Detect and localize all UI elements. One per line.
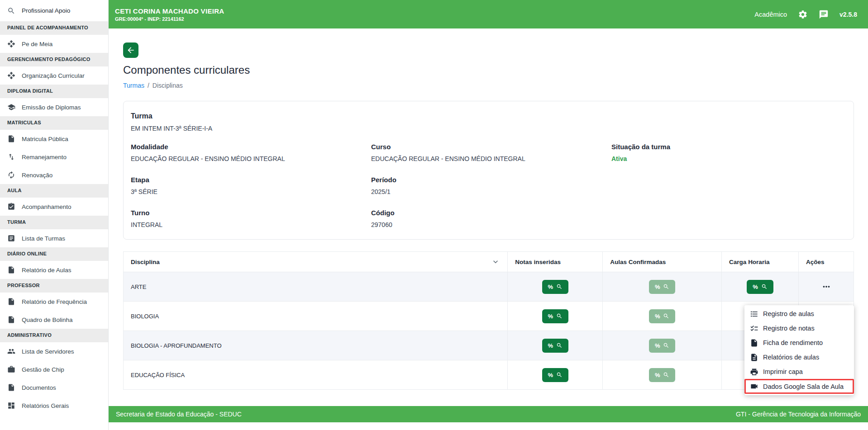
main-area: CETI CORINA MACHADO VIEIRA GRE:00004ª - … [109, 0, 868, 430]
document-text-icon [750, 353, 758, 362]
turma-fields: Modalidade EDUCAÇÃO REGULAR - ENSINO MÉD… [131, 143, 846, 228]
school-name: CETI CORINA MACHADO VIEIRA [115, 7, 224, 15]
chat-icon[interactable] [819, 9, 829, 19]
disciplina-cell: BIOLOGIA - APROFUNDAMENTO [124, 331, 508, 360]
more-horizontal-icon [821, 282, 831, 292]
task-check-icon [7, 203, 15, 211]
breadcrumb-link-turmas[interactable]: Turmas [123, 82, 144, 89]
sidebar-section-professor: PROFESSOR [0, 279, 108, 293]
sidebar-item-organizacao-curricular[interactable]: Organização Curricular [0, 66, 108, 85]
column-header-carga-horaria: Carga Horaria [722, 252, 799, 272]
column-header-disciplina: Disciplina [124, 252, 508, 272]
notas-percent-button[interactable]: % [542, 280, 569, 294]
sidebar-section-diploma-digital: DIPLOMA DIGITAL [0, 85, 108, 98]
aulas-percent-button[interactable]: % [649, 280, 676, 294]
people-icon [7, 347, 15, 355]
magnifier-icon [663, 372, 669, 378]
notas-percent-button[interactable]: % [542, 339, 569, 353]
aulas-percent-button[interactable]: % [649, 309, 676, 323]
school-block: CETI CORINA MACHADO VIEIRA GRE:00004ª - … [115, 7, 224, 22]
grid-spacer [611, 176, 846, 195]
school-info: GRE:00004ª - INEP: 22141162 [115, 16, 224, 22]
sidebar-section-matriculas: MATRICULAS [0, 116, 108, 130]
menu-item-ficha-de-rendimento[interactable]: Ficha de rendimento [744, 335, 854, 350]
carga-percent-button[interactable]: % [747, 280, 773, 294]
move-icon [7, 71, 15, 80]
breadcrumb-current: Disciplinas [153, 82, 183, 89]
turma-card: Turma EM INTEM INT-3ª SÉRIE-I-A Modalida… [123, 101, 854, 240]
sidebar-item-renovacao[interactable]: Renovação [0, 166, 108, 184]
sidebar-item-gestao-de-chip[interactable]: Gestão de Chip [0, 360, 108, 378]
sidebar-item-lista-de-turmas[interactable]: Lista de Turmas [0, 229, 108, 247]
turma-card-title: Turma [131, 112, 846, 120]
printer-icon [750, 368, 758, 376]
field-situacao-da-turma: Situação da turma Ativa [611, 143, 846, 162]
checklist-icon [750, 324, 758, 333]
sidebar: Profissional Apoio PAINEL DE ACOMPANHAME… [0, 0, 109, 430]
topbar-right: Acadêmico v2.5.8 [754, 9, 857, 19]
turma-name: EM INTEM INT-3ª SÉRIE-I-A [131, 125, 846, 132]
row-actions-button[interactable] [820, 280, 833, 293]
chevron-down-icon[interactable] [491, 257, 500, 266]
notas-percent-button[interactable]: % [542, 309, 569, 323]
field-modalidade: Modalidade EDUCAÇÃO REGULAR - ENSINO MÉD… [131, 143, 366, 162]
aulas-percent-button[interactable]: % [649, 368, 676, 382]
menu-item-registro-de-aulas[interactable]: Registro de aulas [744, 307, 854, 321]
menu-item-relatorios-de-aulas[interactable]: Relatórios de aulas [744, 350, 854, 364]
sidebar-item-documentos[interactable]: Documentos [0, 378, 108, 397]
page-footer: Secretaria de Estado da Educação - SEDUC… [109, 406, 868, 422]
sidebar-item-relatorio-de-frequencia[interactable]: Relatório de Frequência [0, 293, 108, 311]
field-curso: Curso EDUCAÇÃO REGULAR - ENSINO MÉDIO IN… [371, 143, 606, 162]
sidebar-item-emissao-de-diplomas[interactable]: Emissão de Diplomas [0, 98, 108, 116]
magnifier-icon [556, 342, 563, 349]
sidebar-search[interactable]: Profissional Apoio [0, 0, 108, 21]
menu-item-dados-google-sala-de-aula[interactable]: Dados Google Sala de Aula [744, 379, 854, 394]
footer-right-text: GTI - Gerência de Tecnologia da Informaç… [736, 411, 861, 418]
page-title: Componentes curriculares [123, 64, 854, 76]
gear-icon[interactable] [798, 9, 808, 19]
sidebar-section-aula: AULA [0, 184, 108, 198]
magnifier-icon [663, 313, 669, 319]
video-camera-icon [750, 382, 758, 391]
academico-menu[interactable]: Acadêmico [754, 11, 787, 18]
table-row-arte: ARTE % % % [124, 272, 854, 302]
status-badge: Ativa [611, 155, 846, 162]
back-button[interactable] [123, 43, 138, 58]
menu-item-registro-de-notas[interactable]: Registro de notas [744, 321, 854, 335]
sidebar-item-pe-de-meia[interactable]: Pe de Meia [0, 35, 108, 53]
column-header-aulas-confirmadas: Aulas Confirmadas [603, 252, 722, 272]
magnifier-icon [663, 284, 669, 290]
arrow-left-icon [126, 46, 135, 55]
sidebar-item-relatorio-de-aulas[interactable]: Relatório de Aulas [0, 261, 108, 279]
file-icon [7, 316, 15, 324]
sidebar-item-relatorios-gerais[interactable]: Relatórios Gerais [0, 397, 108, 415]
file-icon [7, 298, 15, 306]
column-header-notas-inseridas: Notas inseridas [508, 252, 603, 272]
field-etapa: Etapa 3ª SÉRIE [131, 176, 366, 195]
aulas-percent-button[interactable]: % [649, 339, 676, 353]
sidebar-search-label: Profissional Apoio [22, 7, 70, 14]
swap-vertical-icon [7, 153, 15, 161]
notas-percent-button[interactable]: % [542, 368, 569, 382]
sidebar-item-quadro-de-bolinha[interactable]: Quadro de Bolinha [0, 311, 108, 329]
sidebar-item-remanejamento[interactable]: Remanejamento [0, 148, 108, 166]
actions-context-menu: Registro de aulas Registro de notas Fich… [744, 305, 854, 395]
magnifier-icon [761, 284, 768, 290]
menu-item-imprimir-capa[interactable]: Imprimir capa [744, 364, 854, 379]
list-icon [750, 310, 758, 318]
grid-spacer [611, 209, 846, 228]
column-header-acoes: Ações [799, 252, 854, 272]
table-header-row: Disciplina Notas inseridas Aulas Confirm… [124, 252, 854, 272]
sidebar-section-diario-online: DIÁRIO ONLINE [0, 247, 108, 261]
sidebar-item-matricula-publica[interactable]: Matricula Pública [0, 130, 108, 148]
sidebar-item-acompanhamento[interactable]: Acompanhamento [0, 198, 108, 216]
dashboard-icon [7, 402, 15, 410]
top-header: CETI CORINA MACHADO VIEIRA GRE:00004ª - … [109, 0, 868, 28]
field-turno: Turno INTEGRAL [131, 209, 366, 228]
file-icon [7, 383, 15, 392]
magnifier-icon [663, 342, 669, 349]
sidebar-section-turma: TURMA [0, 216, 108, 229]
breadcrumb-separator: / [148, 82, 149, 89]
magnifier-icon [556, 284, 563, 290]
sidebar-item-lista-de-servidores[interactable]: Lista de Servidores [0, 342, 108, 360]
